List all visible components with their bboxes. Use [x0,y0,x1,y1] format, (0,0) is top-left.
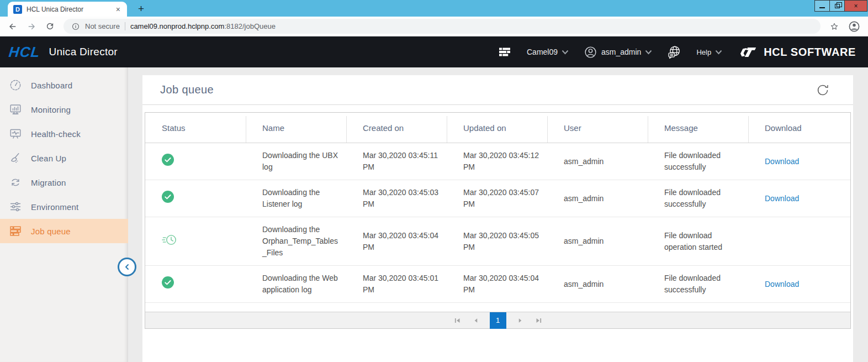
job-name: Downloading the Web application log [246,272,346,296]
column-header-updated-on: Updated on [447,113,547,143]
omnibox-divider [125,22,125,30]
minimize-button[interactable] [814,0,830,12]
sidebar-item-migration[interactable]: Migration [0,170,128,195]
url-host: camel09.nonprod.hclpnp.com [130,22,225,30]
brand-logo: HCL SOFTWARE [737,45,856,60]
message: File downloaded successfully [648,150,748,173]
download-link[interactable]: Download [765,157,799,166]
updated-on: Mar 30,2020 03:45:12 PM [447,150,547,173]
sidebar-item-clean-up[interactable]: Clean Up [0,146,128,170]
user: asm_admin [547,279,648,290]
info-icon[interactable] [71,22,80,31]
sidebar: DashboardMonitoringHealth-checkClean UpM… [0,67,128,362]
chevron-down-icon [562,50,569,55]
created-on: Mar 30,2020 03:45:04 PM [346,230,447,253]
environment-label: Camel09 [527,48,558,56]
refresh-button[interactable] [816,83,830,97]
language-icon[interactable] [667,45,681,59]
table-header-row: StatusNameCreated onUpdated onUserMessag… [145,113,850,143]
table-row: Downloading the Orphan_Temp_Tables_Files… [145,217,850,266]
collapse-sidebar-button[interactable] [118,258,136,276]
sidebar-item-monitoring[interactable]: Monitoring [0,97,128,122]
last-page-icon[interactable] [534,316,544,325]
created-on: Mar 30,2020 03:45:11 PM [346,150,447,173]
body: DashboardMonitoringHealth-checkClean UpM… [0,67,868,362]
restore-button[interactable] [829,0,845,12]
download-link[interactable]: Download [765,280,799,288]
first-page-icon[interactable] [452,316,462,325]
environment-selector[interactable]: Camel09 [527,48,569,56]
user: asm_admin [547,193,648,204]
browser-tab-strip: D HCL Unica Director × + × [0,0,868,17]
table-row: Downloading the UBX logMar 30,2020 03:45… [145,143,850,180]
new-tab-button[interactable]: + [138,3,144,14]
table-row: Downloading the Listener logMar 30,2020 … [145,180,850,217]
back-icon[interactable] [8,22,18,32]
status-cell [145,191,246,206]
prev-page-icon[interactable] [472,316,480,325]
help-label: Help [696,48,711,56]
download-link[interactable]: Download [765,194,799,203]
main-panel: Job queue StatusNameCreated onUpdated on… [142,75,853,362]
sidebar-item-health-check[interactable]: Health-check [0,122,128,146]
column-header-status: Status [145,113,246,143]
status-cell [145,234,246,249]
updated-on: Mar 30,2020 03:45:05 PM [447,230,547,253]
chevron-down-icon [645,50,652,55]
sidebar-item-dashboard[interactable]: Dashboard [0,73,128,97]
close-button[interactable]: × [844,0,867,12]
sidebar-item-environment[interactable]: Environment [0,195,128,219]
brand-text: HCL SOFTWARE [764,46,856,59]
status-cell [145,154,246,169]
browser-url-bar: Not secure camel09.nonprod.hclpnp.com:81… [0,17,868,36]
omnibox[interactable]: Not secure camel09.nonprod.hclpnp.com:81… [63,19,821,34]
updated-on: Mar 30,2020 03:45:04 PM [447,272,547,296]
message: File download operation started [648,230,748,253]
queue-icon [9,224,22,238]
monitor-chart-icon [9,103,22,116]
gauge-icon [9,78,22,92]
column-header-download: Download [748,113,850,143]
tab-close-icon[interactable]: × [115,6,121,13]
chevron-down-icon [715,50,722,55]
sidebar-item-label: Environment [31,202,78,212]
app-header: HCL Unica Director Camel09 asm_admin Hel… [0,36,868,67]
forward-icon[interactable] [27,22,36,32]
user: asm_admin [547,156,648,167]
help-menu[interactable]: Help [696,48,722,56]
profile-icon[interactable] [848,20,860,33]
table-row: Downloading the Web application logMar 3… [145,266,850,303]
sidebar-item-label: Dashboard [31,81,72,90]
favicon: D [13,5,22,14]
user: asm_admin [547,235,648,247]
sidebar-item-label: Clean Up [31,154,66,163]
column-header-user: User [547,113,648,143]
updated-on: Mar 30,2020 03:45:07 PM [447,187,547,210]
current-page[interactable]: 1 [490,312,506,329]
jobs-menu-icon[interactable] [497,45,512,59]
reload-icon[interactable] [45,22,55,31]
success-icon [162,196,174,204]
job-name: Downloading the Orphan_Temp_Tables_Files [246,224,346,259]
job-queue-table: StatusNameCreated onUpdated onUserMessag… [145,112,851,329]
pagination: 1 [145,312,850,328]
sidebar-item-label: Monitoring [31,105,71,114]
url-path: :8182/jobQueue [224,22,276,30]
sidebar-item-job-queue[interactable]: Job queue [0,219,128,243]
created-on: Mar 30,2020 03:45:01 PM [346,272,447,296]
message: File downloaded successfully [648,272,748,296]
star-icon[interactable] [829,22,839,32]
hcl-logo: HCL [8,44,41,61]
sidebar-item-label: Job queue [31,227,71,236]
table-spacer [145,303,850,312]
user-icon [584,45,597,59]
browser-tab[interactable]: D HCL Unica Director × [8,2,127,17]
restore-icon [835,4,840,8]
message: File downloaded successfully [648,187,748,210]
success-icon [162,281,174,290]
next-page-icon[interactable] [516,316,525,325]
status-cell [145,276,246,292]
user-menu[interactable]: asm_admin [584,45,652,59]
job-name: Downloading the UBX log [246,150,346,173]
app-name: Unica Director [49,46,118,58]
